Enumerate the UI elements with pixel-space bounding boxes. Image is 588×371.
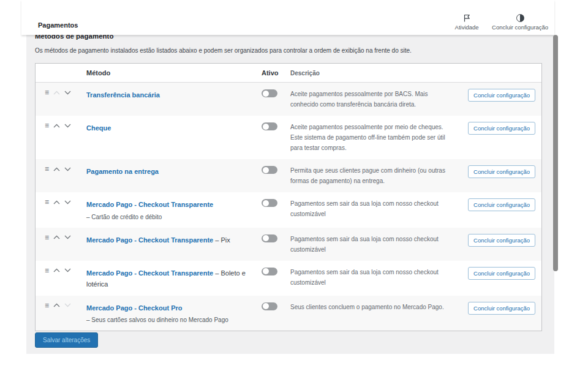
active-toggle[interactable] [262,199,277,207]
method-description: Aceite pagamentos pessoalmente por meio … [290,122,473,153]
admin-header: Pagamentos Atividade Concluir configuraç… [21,0,554,35]
method-name-link[interactable]: Mercado Pago - Checkout Transparente – B… [86,269,246,288]
header-actions: Atividade Concluir configuração [453,14,548,31]
finish-setup-row-button[interactable]: Concluir configuração [468,267,535,280]
drag-handle-icon[interactable]: ≡ [45,234,49,241]
active-cell [262,165,290,176]
row-sort-controls: ≡ [36,165,86,173]
active-toggle[interactable] [262,122,277,130]
active-toggle[interactable] [262,89,277,97]
method-name-link[interactable]: Cheque [86,124,111,132]
flag-icon [463,14,471,22]
method-cell: Mercado Pago - Checkout Transparente – B… [86,267,262,290]
method-column-header: Método [86,69,262,77]
move-up-icon[interactable] [53,200,60,204]
method-cell: Mercado Pago - Checkout Transparente – P… [86,234,262,245]
drag-handle-icon[interactable]: ≡ [45,122,49,129]
toggle-knob [263,167,269,173]
move-up-icon[interactable] [53,303,60,307]
move-down-icon[interactable] [64,200,71,204]
row-sort-controls: ≡ [36,89,86,96]
active-toggle[interactable] [262,302,277,310]
active-column-header: Ativo [262,69,290,77]
move-up-icon[interactable] [53,167,60,171]
move-down-icon[interactable] [64,91,71,95]
finish-setup-row-button[interactable]: Concluir configuração [468,234,535,247]
active-cell [262,122,290,133]
method-cell: Pagamento na entrega [86,165,262,177]
active-cell [262,302,290,313]
table-row: ≡ Mercado Pago - Checkout Transparente –… [36,192,541,228]
move-up-icon[interactable] [53,268,60,272]
scrollbar-thumb[interactable] [553,35,558,271]
move-up-icon[interactable] [53,91,60,95]
payment-methods-table: Método Ativo Descrição ≡ Transferência b… [35,63,542,331]
active-cell [262,198,290,209]
action-cell: Concluir configuração [473,267,541,280]
move-down-icon[interactable] [64,124,71,128]
finish-setup-row-button[interactable]: Concluir configuração [468,302,535,315]
method-name-link[interactable]: Pagamento na entrega [86,168,159,175]
toggle-knob [263,91,269,97]
finish-setup-row-button[interactable]: Concluir configuração [468,122,535,135]
method-name-link[interactable]: Mercado Pago - Checkout Pro [86,304,182,312]
drag-handle-icon[interactable]: ≡ [45,89,49,96]
toggle-knob [263,124,269,130]
method-description: Aceite pagamentos pessoalmente por BACS.… [290,89,473,110]
active-toggle[interactable] [262,268,277,275]
method-subtitle: – Seus cartões salvos ou dinheiro no Mer… [86,315,257,324]
finish-setup-header-label: Concluir configuração [492,24,548,31]
toggle-knob [263,235,269,241]
method-name-link[interactable]: Mercado Pago - Checkout Transparente [86,201,213,208]
action-cell: Concluir configuração [473,165,541,178]
active-cell [262,267,290,278]
drag-handle-icon[interactable]: ≡ [45,165,49,173]
drag-handle-icon[interactable]: ≡ [45,267,49,274]
description-column-header: Descrição [290,70,473,77]
method-description: Pagamentos sem sair da sua loja com noss… [290,267,473,288]
table-row: ≡ Cheque Aceite pagamentos pessoalmente … [36,116,541,159]
table-row: ≡ Pagamento na entrega Permita que seus … [36,159,541,192]
row-sort-controls: ≡ [36,234,86,241]
move-down-icon[interactable] [64,235,71,239]
finish-setup-row-button[interactable]: Concluir configuração [468,165,535,178]
drag-handle-icon[interactable]: ≡ [45,302,49,309]
toggle-knob [263,268,269,274]
row-sort-controls: ≡ [36,122,86,129]
action-cell: Concluir configuração [473,122,541,135]
move-down-icon[interactable] [64,303,71,307]
section-description: Os métodos de pagamento instalados estão… [35,47,464,54]
move-down-icon[interactable] [64,268,71,272]
move-down-icon[interactable] [64,167,71,171]
toggle-knob [263,200,269,206]
action-cell: Concluir configuração [473,89,541,102]
drag-handle-icon[interactable]: ≡ [45,198,49,206]
action-cell: Concluir configuração [473,198,541,211]
finish-setup-row-button[interactable]: Concluir configuração [468,89,535,102]
finish-setup-header-button[interactable]: Concluir configuração [492,14,548,31]
active-toggle[interactable] [262,234,277,242]
action-cell: Concluir configuração [473,302,541,315]
activity-button[interactable]: Atividade [453,14,481,31]
active-cell [262,89,290,100]
activity-label: Atividade [455,24,479,31]
method-cell: Cheque [86,122,262,133]
method-name-link[interactable]: Mercado Pago - Checkout Transparente – P… [86,236,230,244]
method-description: Seus clientes concluem o pagamento no Me… [290,302,473,312]
method-cell: Mercado Pago - Checkout Pro – Seus cartõ… [86,302,262,325]
method-name-link[interactable]: Transferência bancária [86,91,160,99]
table-row: ≡ Mercado Pago - Checkout Pro – Seus car… [36,296,541,331]
method-description: Permita que seus clientes pague com dinh… [290,165,473,186]
method-subtitle: – Cartão de crédito e débito [86,212,257,222]
table-header-row: Método Ativo Descrição [36,64,541,83]
method-cell: Transferência bancária [86,89,262,100]
table-body: ≡ Transferência bancária Aceite pagament… [36,83,541,331]
move-up-icon[interactable] [53,124,60,128]
method-description: Pagamentos sem sair da sua loja com noss… [290,198,473,219]
active-toggle[interactable] [262,166,277,174]
page-title: Pagamentos [38,21,78,31]
move-up-icon[interactable] [53,235,60,239]
progress-circle-icon [516,14,524,22]
finish-setup-row-button[interactable]: Concluir configuração [468,198,535,211]
save-changes-button[interactable]: Salvar alterações [35,332,98,348]
